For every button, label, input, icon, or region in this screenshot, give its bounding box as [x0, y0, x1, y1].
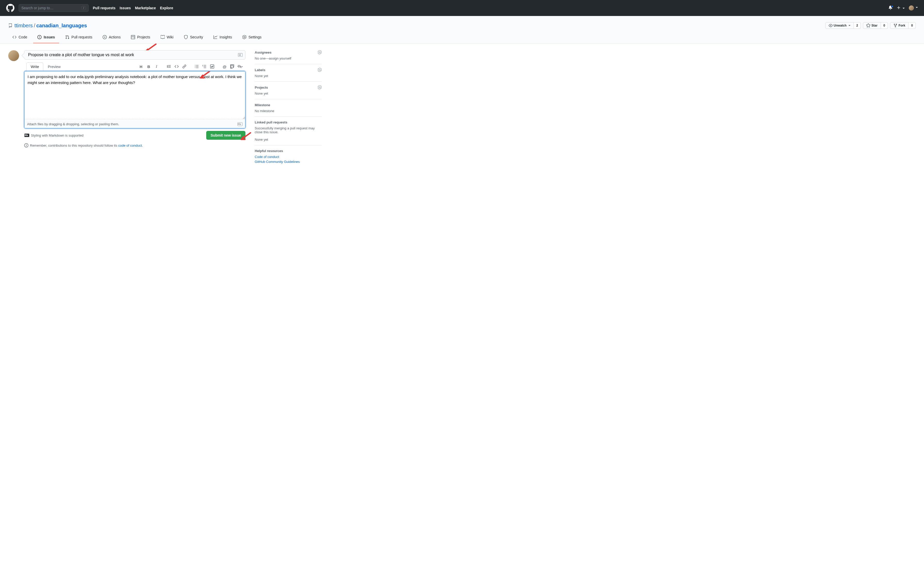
issue-title-field-wrap	[24, 50, 245, 60]
submit-issue-button[interactable]: Submit new issue	[206, 131, 245, 140]
global-header: Search or jump to… / Pull requests Issue…	[0, 0, 924, 16]
caret-down-icon	[849, 25, 850, 27]
repo-icon	[8, 24, 12, 28]
gear-icon[interactable]	[318, 50, 322, 54]
sidebar-assignees: Assignees No one—assign yourself	[255, 50, 322, 64]
link-button[interactable]	[181, 63, 188, 70]
search-placeholder: Search or jump to…	[21, 6, 54, 10]
quote-button[interactable]	[165, 63, 172, 70]
bold-button[interactable]: B	[146, 63, 152, 70]
github-logo-icon[interactable]	[6, 4, 14, 12]
nav-explore[interactable]: Explore	[160, 6, 173, 10]
tab-wiki[interactable]: Wiki	[156, 33, 178, 43]
tab-actions[interactable]: Actions	[99, 33, 125, 43]
assignees-body[interactable]: No one—assign yourself	[255, 57, 322, 60]
svg-rect-1	[239, 54, 240, 55]
nav-marketplace[interactable]: Marketplace	[135, 6, 156, 10]
repo-title: ttimbers / canadian_languages	[8, 22, 825, 28]
tab-preview[interactable]: Preview	[44, 62, 65, 71]
ol-button[interactable]	[201, 63, 208, 70]
nav-issues[interactable]: Issues	[120, 6, 131, 10]
issue-body-textarea[interactable]	[24, 71, 245, 119]
svg-rect-0	[238, 53, 243, 57]
resources-title: Helpful resources	[255, 149, 283, 153]
repo-name-link[interactable]: canadian_languages	[36, 22, 87, 28]
resources-link-conduct[interactable]: Code of conduct	[255, 155, 322, 159]
contrib-note: Remember, contributions to this reposito…	[24, 143, 245, 147]
tab-issues[interactable]: Issues	[33, 33, 59, 43]
watch-button[interactable]: Unwatch 2	[825, 22, 861, 29]
svg-rect-3	[239, 55, 241, 56]
attach-hint-text: Attach files by dragging & dropping, sel…	[27, 122, 119, 126]
sidebar-projects: Projects None yet	[255, 82, 322, 99]
repo-head: ttimbers / canadian_languages Unwatch 2 …	[0, 16, 924, 44]
project-icon	[131, 35, 135, 39]
input-suggest-icon	[238, 52, 243, 57]
ul-button[interactable]	[194, 63, 200, 70]
italic-button[interactable]: I	[153, 63, 160, 70]
heading-button[interactable]: H	[138, 63, 144, 70]
markdown-info[interactable]: Styling with Markdown is supported	[24, 134, 84, 137]
tab-insights[interactable]: Insights	[209, 33, 236, 43]
gear-icon[interactable]	[318, 85, 322, 89]
star-label: Star	[872, 24, 878, 27]
gear-icon[interactable]	[318, 103, 322, 107]
md-toolbar: H B I @ ▾	[131, 62, 245, 71]
book-icon	[160, 35, 165, 39]
projects-title: Projects	[255, 86, 268, 89]
create-new-dropdown[interactable]	[897, 6, 904, 10]
fork-count[interactable]: 0	[909, 22, 916, 29]
caret-down-icon	[903, 8, 904, 10]
repo-owner-link[interactable]: ttimbers	[14, 22, 33, 28]
repo-separator: /	[34, 22, 35, 28]
reference-button[interactable]	[229, 63, 236, 70]
star-button[interactable]: Star 0	[863, 22, 888, 29]
notification-dot-icon	[891, 5, 894, 8]
star-count[interactable]: 0	[881, 22, 888, 29]
code-of-conduct-link[interactable]: code of conduct	[118, 144, 142, 147]
watch-count[interactable]: 2	[854, 22, 861, 29]
assignees-title: Assignees	[255, 51, 272, 54]
tab-write[interactable]: Write	[26, 62, 44, 71]
tab-code[interactable]: Code	[8, 33, 31, 43]
milestone-title: Milestone	[255, 103, 270, 107]
attach-hint[interactable]: Attach files by dragging & dropping, sel…	[24, 120, 245, 128]
reply-button[interactable]: ▾	[237, 63, 243, 70]
notifications-button[interactable]	[888, 6, 892, 10]
search-input[interactable]: Search or jump to… /	[19, 4, 88, 12]
milestone-body: No milestone	[255, 109, 322, 113]
linked-prs-body: None yet	[255, 138, 322, 141]
code-button[interactable]	[173, 63, 180, 70]
tab-projects[interactable]: Projects	[127, 33, 154, 43]
tab-pull-requests[interactable]: Pull requests	[61, 33, 96, 43]
issue-title-input[interactable]	[24, 51, 245, 59]
resources-link-guidelines[interactable]: GitHub Community Guidelines	[255, 160, 322, 164]
gear-icon	[242, 35, 246, 39]
watch-label: Unwatch	[834, 24, 847, 27]
user-menu-dropdown[interactable]	[909, 5, 918, 10]
fork-label: Fork	[898, 24, 905, 27]
info-icon	[24, 143, 28, 147]
commenter-avatar[interactable]	[8, 50, 19, 61]
pr-icon	[65, 35, 69, 39]
graph-icon	[213, 35, 218, 39]
nav-pull-requests[interactable]: Pull requests	[93, 6, 116, 10]
sidebar-linked-prs: Linked pull requests Successfully mergin…	[255, 117, 322, 146]
linked-prs-title: Linked pull requests	[255, 120, 287, 124]
eye-icon	[829, 24, 833, 28]
tasklist-button[interactable]	[209, 63, 216, 70]
user-avatar-icon	[909, 5, 914, 10]
fork-icon	[893, 24, 897, 28]
sidebar-resources: Helpful resources Code of conduct GitHub…	[255, 146, 322, 167]
caret-down-icon	[916, 7, 918, 9]
sidebar-labels: Labels None yet	[255, 64, 322, 82]
tab-settings[interactable]: Settings	[238, 33, 266, 43]
projects-body: None yet	[255, 92, 322, 95]
tab-security[interactable]: Security	[180, 33, 207, 43]
fork-button[interactable]: Fork 0	[890, 22, 916, 29]
sidebar-milestone: Milestone No milestone	[255, 99, 322, 117]
mention-button[interactable]: @	[221, 63, 228, 70]
labels-body: None yet	[255, 74, 322, 78]
gear-icon[interactable]	[318, 68, 322, 72]
shield-icon	[184, 35, 188, 39]
